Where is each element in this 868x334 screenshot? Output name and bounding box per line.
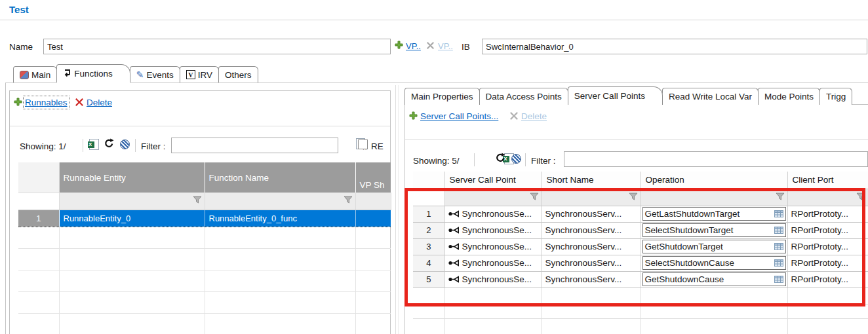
grid-picker-icon[interactable]	[774, 243, 783, 250]
delete-runnable-icon[interactable]	[75, 98, 83, 108]
column-filter-cell[interactable]	[641, 189, 787, 206]
filter-row	[413, 189, 868, 206]
operation-cell[interactable]: SelectShutdownCause	[641, 255, 787, 271]
tab-mode-points[interactable]: Mode Points	[758, 88, 820, 105]
grid-picker-icon[interactable]	[774, 259, 783, 267]
server-call-point-cell[interactable]: SynchronousSe...	[444, 238, 542, 255]
row-number-cell[interactable]: 2	[413, 222, 444, 238]
table-header-row: Runnable Entity Function Name VP Sh	[18, 162, 391, 193]
clear-sort-icon[interactable]	[120, 139, 130, 149]
table-row[interactable]: 2 SynchronousSe... SynchronousServ... Se…	[413, 222, 868, 238]
function-name-cell[interactable]: RunnableEntity_0_func	[205, 210, 355, 227]
delete-scp-link: Delete	[521, 111, 547, 121]
name-input[interactable]	[43, 39, 391, 54]
column-filter-cell[interactable]	[787, 189, 868, 206]
tab-trigger[interactable]: Trigg	[819, 88, 852, 105]
panel-sash-line	[398, 85, 399, 334]
add-vp-icon[interactable]	[395, 41, 403, 51]
table-row[interactable]: 5 SynchronousSe... SynchronousServ... Ge…	[413, 271, 868, 288]
toolbar-separator	[83, 139, 83, 152]
column-filter-cell[interactable]	[59, 193, 205, 210]
refresh-icon[interactable]	[495, 153, 506, 166]
table-row[interactable]: 1 RunnableEntity_0 RunnableEntity_0_func	[18, 210, 391, 227]
events-icon: ✎	[136, 69, 144, 80]
short-name-cell[interactable]: SynchronousServ...	[542, 206, 641, 222]
column-filter-cell[interactable]	[444, 189, 542, 206]
short-name-cell[interactable]: SynchronousServ...	[542, 238, 641, 255]
clear-sort-icon[interactable]	[511, 154, 521, 164]
row-number-cell[interactable]: 1	[18, 210, 59, 227]
vp-shared-cell[interactable]	[355, 210, 391, 227]
table-row[interactable]: 1 SynchronousSe... SynchronousServ... Ge…	[413, 206, 868, 222]
client-port-cell[interactable]: RPortPrototy...	[787, 255, 868, 271]
column-filter-cell[interactable]	[205, 193, 355, 210]
delete-runnable-link[interactable]: Delete	[87, 98, 112, 107]
runnables-table: Runnable Entity Function Name VP Sh 1 Ru…	[18, 162, 391, 334]
row-number-cell[interactable]: 3	[413, 238, 444, 255]
add-server-call-points-icon[interactable]	[409, 111, 418, 122]
short-name-cell[interactable]: SynchronousServ...	[542, 222, 641, 238]
operation-cell[interactable]: GetShutdownTarget	[641, 238, 787, 255]
operation-cell[interactable]: GetShutdownCause	[641, 271, 787, 288]
grid-picker-icon[interactable]	[774, 227, 783, 234]
column-filter-cell[interactable]	[542, 189, 641, 206]
empty-row	[413, 288, 868, 304]
table-row[interactable]: 3 SynchronousSe... SynchronousServ... Ge…	[413, 238, 868, 255]
server-call-point-cell[interactable]: SynchronousSe...	[444, 206, 542, 222]
column-header-short-name: Short Name	[542, 172, 641, 189]
right-links-divider	[405, 139, 868, 139]
filter-row	[18, 193, 391, 210]
add-server-call-points-link[interactable]: Server Call Points...	[420, 111, 498, 121]
client-port-cell[interactable]: RPortPrototy...	[787, 238, 868, 255]
export-excel-icon[interactable]	[89, 139, 99, 150]
refresh-icon[interactable]	[104, 138, 115, 151]
client-port-cell[interactable]: RPortPrototy...	[787, 206, 868, 222]
funnel-icon	[530, 193, 539, 200]
short-name-cell[interactable]: SynchronousServ...	[542, 255, 641, 271]
add-runnables-link[interactable]: Runnables	[25, 98, 68, 107]
table-row[interactable]: 4 SynchronousSe... SynchronousServ... Se…	[413, 255, 868, 271]
tab-main[interactable]: Main	[13, 66, 57, 83]
client-port-cell[interactable]: RPortPrototy...	[787, 271, 868, 288]
operation-cell[interactable]: SelectShutdownTarget	[641, 222, 787, 238]
tab-main-properties[interactable]: Main Properties	[404, 88, 480, 105]
row-number-cell[interactable]: 5	[413, 271, 444, 288]
tab-read-write-local-var[interactable]: Read Write Local Var	[662, 88, 759, 105]
tab-functions[interactable]: Functions	[56, 64, 130, 83]
tab-data-access-points[interactable]: Data Access Points	[479, 88, 568, 105]
row-number-cell[interactable]: 1	[413, 206, 444, 222]
ib-input[interactable]	[482, 39, 867, 54]
tab-events[interactable]: ✎ Events	[130, 66, 180, 83]
runnable-entity-cell[interactable]: RunnableEntity_0	[59, 210, 205, 227]
server-call-point-cell[interactable]: SynchronousSe...	[444, 255, 542, 271]
tab-label: Mode Points	[764, 92, 814, 102]
table-header-row: Server Call Point Short Name Operation C…	[413, 172, 868, 189]
empty-row	[18, 313, 391, 334]
add-runnables-icon[interactable]	[14, 98, 22, 108]
right-filter-input[interactable]	[564, 151, 868, 167]
header-corner-cell	[413, 172, 444, 189]
re-checkbox[interactable]	[358, 139, 368, 149]
toolbar-separator	[474, 153, 475, 166]
left-filter-input[interactable]	[171, 138, 338, 153]
client-port-cell[interactable]: RPortPrototy...	[787, 222, 868, 238]
grid-picker-icon[interactable]	[774, 276, 783, 283]
tab-label: Main	[31, 70, 50, 80]
operation-cell[interactable]: GetLastShutdownTarget	[641, 206, 787, 222]
tab-label: Server Call Points	[574, 91, 645, 101]
server-call-points-table: Server Call Point Short Name Operation C…	[413, 172, 868, 334]
add-vp-link[interactable]: VP..	[406, 41, 421, 51]
column-filter-cell[interactable]	[355, 193, 391, 210]
row-number-cell[interactable]: 4	[413, 255, 444, 271]
tab-label: Data Access Points	[486, 92, 562, 102]
tab-others[interactable]: Others	[218, 66, 258, 83]
server-call-point-cell[interactable]: SynchronousSe...	[444, 271, 542, 288]
re-label: RE	[371, 141, 384, 151]
server-call-point-cell[interactable]: SynchronousSe...	[444, 222, 542, 238]
grid-picker-icon[interactable]	[774, 210, 783, 217]
short-name-cell[interactable]: SynchronousServ...	[542, 271, 641, 288]
toolbar-separator	[525, 153, 526, 166]
tab-server-call-points[interactable]: Server Call Points	[568, 86, 663, 105]
panel-sash[interactable]	[395, 85, 396, 334]
tab-irv[interactable]: V IRV	[180, 66, 219, 83]
